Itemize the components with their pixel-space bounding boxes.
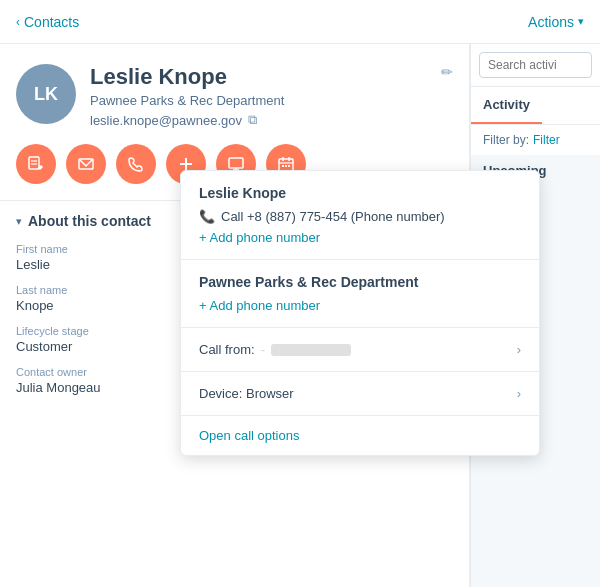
actions-button[interactable]: Actions ▾: [528, 14, 584, 30]
contact-email-row: leslie.knope@pawnee.gov ⧉: [90, 112, 453, 128]
add-phone-contact-link[interactable]: + Add phone number: [199, 230, 521, 245]
tab-activity[interactable]: Activity: [471, 87, 542, 124]
filter-link[interactable]: Filter: [533, 133, 560, 147]
popup-phone-number: Call +8 (887) 775-454 (Phone number): [221, 209, 445, 224]
actions-label: Actions: [528, 14, 574, 30]
call-button[interactable]: [116, 144, 156, 184]
popup-company-name: Pawnee Parks & Rec Department: [199, 274, 521, 290]
back-chevron-icon: ‹: [16, 15, 20, 29]
filter-by-label: Filter by:: [483, 133, 529, 147]
svg-rect-13: [282, 165, 284, 167]
about-chevron-icon: ▾: [16, 215, 22, 228]
edit-icon[interactable]: ✏: [441, 64, 453, 80]
svg-rect-6: [229, 158, 243, 168]
back-label: Contacts: [24, 14, 79, 30]
svg-rect-14: [285, 165, 287, 167]
add-phone-company-link[interactable]: + Add phone number: [199, 298, 521, 313]
call-popup: Leslie Knope 📞 Call +8 (887) 775-454 (Ph…: [180, 170, 540, 456]
phone-icon: 📞: [199, 209, 215, 224]
contact-header: LK Leslie Knope Pawnee Parks & Rec Depar…: [0, 44, 469, 144]
call-from-chevron-icon: ›: [517, 342, 521, 357]
search-input[interactable]: [479, 52, 592, 78]
edit-note-button[interactable]: [16, 144, 56, 184]
activity-tab-bar: Activity: [471, 87, 600, 125]
call-from-left: Call from: -: [199, 342, 351, 357]
popup-contact-section: Leslie Knope 📞 Call +8 (887) 775-454 (Ph…: [181, 171, 539, 260]
svg-rect-15: [288, 165, 290, 167]
call-from-label: Call from:: [199, 342, 255, 357]
copy-icon[interactable]: ⧉: [248, 112, 257, 128]
filter-row: Filter by: Filter: [471, 125, 600, 155]
device-row[interactable]: Device: Browser ›: [181, 372, 539, 416]
contact-info: Leslie Knope Pawnee Parks & Rec Departme…: [90, 64, 453, 128]
avatar: LK: [16, 64, 76, 124]
contact-email: leslie.knope@pawnee.gov: [90, 113, 242, 128]
back-button[interactable]: ‹ Contacts: [16, 14, 79, 30]
call-from-row[interactable]: Call from: - ›: [181, 328, 539, 372]
email-button[interactable]: [66, 144, 106, 184]
popup-phone-row: 📞 Call +8 (887) 775-454 (Phone number): [199, 209, 521, 224]
svg-rect-0: [29, 157, 39, 169]
popup-contact-name: Leslie Knope: [199, 185, 521, 201]
open-call-options-link[interactable]: Open call options: [181, 416, 539, 455]
popup-company-section: Pawnee Parks & Rec Department + Add phon…: [181, 260, 539, 328]
search-activity-bar: [471, 44, 600, 87]
header: ‹ Contacts Actions ▾: [0, 0, 600, 44]
device-label: Device: Browser: [199, 386, 294, 401]
device-chevron-icon: ›: [517, 386, 521, 401]
contact-company: Pawnee Parks & Rec Department: [90, 93, 453, 108]
call-from-value: -: [261, 342, 265, 357]
actions-chevron-icon: ▾: [578, 15, 584, 28]
about-title: About this contact: [28, 213, 151, 229]
contact-name: Leslie Knope: [90, 64, 453, 90]
